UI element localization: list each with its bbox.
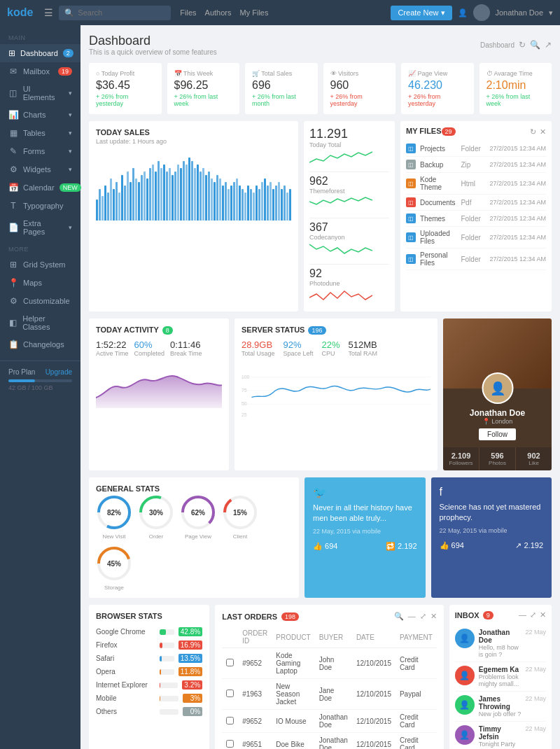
- inbox-msg-info: Jonathan Doe Hello, m8 how is goin ?: [479, 629, 522, 658]
- nav-my-files[interactable]: My Files: [240, 8, 269, 17]
- file-type: Folder: [461, 255, 485, 263]
- upgrade-link[interactable]: Upgrade: [46, 368, 72, 376]
- orders-card: LAST ORDERS 198 🔍 — ⤢ ✕ ORDER ID P: [215, 605, 444, 749]
- svg-text:75: 75: [241, 388, 247, 393]
- orders-expand-icon[interactable]: ⤢: [420, 612, 426, 621]
- inbox-minimize-icon[interactable]: —: [519, 610, 526, 620]
- browser-name: Internet Explorer: [96, 681, 155, 689]
- search-box[interactable]: 🔍: [59, 6, 171, 20]
- inbox-sender: James Throwing: [479, 695, 522, 710]
- refresh-icon[interactable]: ↻: [519, 40, 526, 50]
- my-files-card: MY FILES 29 ↻ ✕ ◫ Projects Folder 27/2/2…: [400, 121, 552, 312]
- sidebar-item-typography[interactable]: T Typography: [0, 197, 80, 215]
- sidebar-label-mailbox: Mailbox: [23, 67, 50, 76]
- orders-search-icon[interactable]: 🔍: [394, 612, 404, 621]
- files-refresh-icon[interactable]: ↻: [530, 127, 536, 136]
- inbox-close-icon[interactable]: ✕: [540, 610, 546, 620]
- sidebar-item-dashboard[interactable]: ⊞ Dashboard 2: [0, 44, 80, 62]
- sidebar-item-forms[interactable]: ✎ Forms ▾: [0, 142, 80, 160]
- sidebar-item-tables[interactable]: ▦ Tables ▾: [0, 124, 80, 142]
- sidebar-item-charts[interactable]: 📊 Charts ▾: [0, 106, 80, 124]
- inbox-message[interactable]: 👤 Timmy Jefsin Tonight Party 22 May: [455, 722, 546, 749]
- inbox-message[interactable]: 👤 Egemem Ka Problems look mighty small..…: [455, 662, 546, 692]
- search-breadcrumb-icon[interactable]: 🔍: [530, 40, 540, 50]
- inbox-avatar: 👤: [455, 725, 475, 745]
- orders-minimize-icon[interactable]: —: [408, 612, 416, 621]
- browser-pct: 16.9%: [178, 640, 202, 650]
- main-content: Dashboard This is a quick overview of so…: [80, 25, 560, 749]
- sidebar-item-widgets[interactable]: ⚙ Widgets ▾: [0, 160, 80, 178]
- facebook-card: f Science has not yet mastered prophecy.…: [431, 477, 552, 598]
- file-date: 27/2/2015 12:34 AM: [489, 215, 546, 222]
- pv-label-0: Today Total: [309, 141, 389, 148]
- browser-row: Firefox 16.9%: [96, 640, 202, 650]
- sidebar-item-helper[interactable]: ◧ Helper Classes: [0, 310, 80, 335]
- pv-sparkline-0: [309, 148, 372, 166]
- profile-likes: 902 Like: [516, 447, 552, 470]
- sidebar-item-maps[interactable]: 📍 Maps: [0, 274, 80, 292]
- file-row: ◫ Documents Pdf 27/2/2015 12:34 AM: [406, 195, 546, 211]
- stat-value-3: 960: [330, 79, 389, 92]
- stat-value-4: 46.230: [408, 79, 467, 92]
- follow-button[interactable]: Follow: [479, 428, 516, 440]
- profile-avatar: 👤: [482, 372, 513, 404]
- general-stats-card: GENERAL STATS 82% New Visit 30% Order: [89, 477, 299, 598]
- nav-right: 👤 Jonathan Doe ▾: [458, 4, 554, 21]
- sidebar-item-customizable[interactable]: ⚙ Customizable: [0, 292, 80, 310]
- nav-files[interactable]: Files: [180, 8, 196, 17]
- file-icon: ◫: [406, 178, 416, 188]
- sidebar-item-calendar[interactable]: 📅 Calendar NEW: [0, 178, 80, 197]
- circle-stat: 45% Storage: [96, 545, 132, 591]
- sidebar-item-changelogs[interactable]: 📋 Changelogs: [0, 335, 80, 354]
- inbox-message[interactable]: 👤 Jonathan Doe Hello, m8 how is goin ? 2…: [455, 625, 546, 662]
- file-type: Zip: [461, 161, 485, 169]
- sidebar-main-label: MAIN: [0, 29, 80, 44]
- sidebar-label-widgets: Widgets: [23, 165, 51, 174]
- file-icon: ◫: [406, 214, 416, 223]
- orders-badge: 198: [281, 612, 299, 621]
- browser-pct: 13.5%: [178, 654, 202, 663]
- inbox-time: 22 May: [525, 629, 546, 658]
- files-title: MY FILES: [406, 127, 442, 135]
- order-checkbox[interactable]: [226, 717, 234, 724]
- files-close-icon[interactable]: ✕: [540, 127, 546, 136]
- notification-icon[interactable]: 👤: [458, 8, 468, 18]
- pv-value-2: 367: [309, 221, 389, 234]
- sidebar-item-grid[interactable]: ⊞ Grid System: [0, 255, 80, 274]
- svg-text:100: 100: [241, 374, 250, 379]
- file-type: Folder: [461, 234, 485, 241]
- nav-links: Files Authors My Files: [180, 8, 268, 17]
- widgets-icon: ⚙: [8, 164, 18, 174]
- inbox-msg-info: Egemem Ka Problems look mighty small...: [479, 666, 522, 687]
- user-dropdown-icon[interactable]: ▾: [549, 8, 553, 18]
- inbox-expand-icon[interactable]: ⤢: [530, 610, 536, 620]
- user-avatar[interactable]: [473, 4, 490, 21]
- files-header: MY FILES 29 ↻ ✕: [406, 127, 546, 136]
- user-name[interactable]: Jonathan Doe: [496, 8, 544, 17]
- nav-authors[interactable]: Authors: [205, 8, 232, 17]
- create-new-button[interactable]: Create New ▾: [391, 6, 451, 20]
- order-checkbox[interactable]: [226, 659, 234, 666]
- order-buyer: Jonathan Doe: [315, 733, 352, 750]
- order-checkbox[interactable]: [226, 740, 234, 748]
- hamburger-icon[interactable]: ☰: [44, 7, 53, 18]
- sidebar-item-mailbox[interactable]: ✉ Mailbox 19: [0, 62, 80, 80]
- breadcrumb-text: Dashboard: [480, 41, 514, 49]
- circle-ring: 62%: [180, 494, 216, 531]
- browser-pct: 0%: [183, 707, 202, 716]
- order-product: New Season Jacket: [272, 679, 314, 710]
- sidebar-label-helper: Helper Classes: [22, 314, 72, 331]
- inbox-avatar: 👤: [455, 666, 475, 685]
- orders-close-icon[interactable]: ✕: [430, 612, 437, 621]
- search-input[interactable]: [78, 8, 162, 17]
- activity-badge: 8: [162, 326, 173, 335]
- sidebar-label-charts: Charts: [23, 111, 46, 119]
- pv-label-3: Photodune: [309, 280, 389, 287]
- expand-icon[interactable]: ↗: [545, 40, 552, 50]
- order-checkbox[interactable]: [226, 690, 234, 697]
- sidebar-item-ui-elements[interactable]: ◫ UI Elements ▾: [0, 80, 80, 106]
- order-buyer: Jane Doe: [315, 679, 352, 710]
- inbox-message[interactable]: 👤 James Throwing New job offer ? 22 May: [455, 692, 546, 722]
- sidebar-item-extra-pages[interactable]: 📄 Extra Pages ▾: [0, 215, 80, 240]
- server-cpu: 22%: [322, 340, 340, 350]
